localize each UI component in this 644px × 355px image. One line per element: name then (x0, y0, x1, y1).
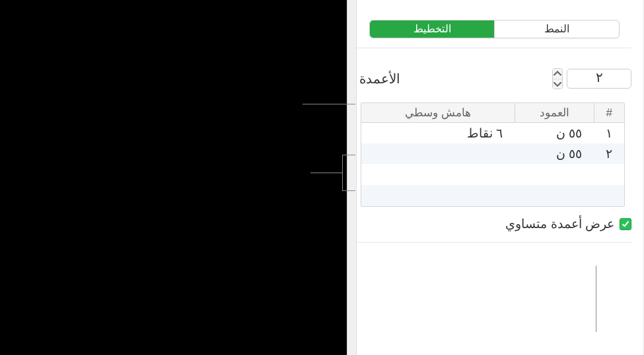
columns-stepper[interactable]: ٢ (552, 68, 631, 89)
table-row[interactable]: ١ ٥٥ ن ٦ نقاط (361, 123, 624, 144)
equal-width-row[interactable]: عرض أعمدة متساوي (353, 216, 631, 231)
callout-line (310, 173, 342, 173)
cell-gutter[interactable]: ٦ نقاط (361, 123, 515, 144)
table-row-empty (361, 185, 624, 206)
cell-width[interactable]: ٥٥ ن (515, 123, 594, 144)
callout-line (342, 155, 343, 190)
columns-count-input[interactable]: ٢ (567, 69, 631, 89)
divider (353, 48, 631, 48)
columns-label: الأعمدة (359, 71, 400, 87)
divider (353, 242, 631, 243)
table-row-empty (361, 164, 624, 185)
callout-line (342, 190, 355, 191)
columns-section-header: ٢ الأعمدة (359, 68, 631, 89)
columns-table: # العمود هامش وسطي ١ ٥٥ ن ٦ نقاط ٢ ٥٥ ن (361, 102, 625, 207)
tab-style[interactable]: النمط (494, 20, 619, 38)
stepper-buttons[interactable] (552, 68, 563, 89)
callout-line (303, 104, 355, 104)
cell-number: ٢ (594, 143, 624, 164)
callout-line (342, 155, 355, 155)
header-column[interactable]: العمود (515, 103, 594, 123)
inspector-tabs: التخطيط النمط (369, 20, 620, 38)
cell-width[interactable]: ٥٥ ن (515, 143, 594, 164)
header-gutter[interactable]: هامش وسطي (361, 103, 515, 123)
table-row[interactable]: ٢ ٥٥ ن (361, 143, 624, 164)
equal-width-checkbox[interactable] (620, 218, 631, 230)
panel-gutter (347, 0, 357, 355)
header-number[interactable]: # (594, 103, 624, 123)
callout-line (596, 266, 596, 332)
chevron-up-icon[interactable] (553, 69, 562, 79)
tab-layout[interactable]: التخطيط (370, 20, 494, 38)
chevron-down-icon[interactable] (553, 79, 562, 89)
format-inspector-panel: التخطيط النمط ٢ الأعمدة (347, 0, 644, 355)
check-icon (622, 220, 629, 228)
equal-width-label: عرض أعمدة متساوي (505, 216, 614, 231)
table-header-row: # العمود هامش وسطي (361, 103, 624, 123)
cell-gutter[interactable] (361, 143, 515, 164)
cell-number: ١ (594, 123, 624, 144)
